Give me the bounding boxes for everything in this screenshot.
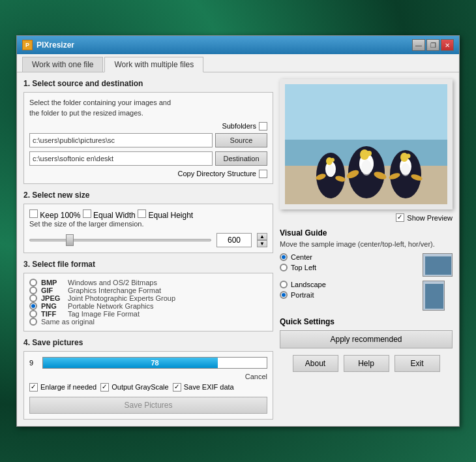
save-options: Enlarge if needed Output GrayScale Save … (29, 383, 267, 392)
section4-title: 4. Save pictures (23, 338, 273, 347)
subfolders-checkbox[interactable] (259, 122, 267, 131)
equal-height-checkbox[interactable] (138, 209, 146, 218)
landscape-preview (423, 253, 453, 277)
format-same: Same as original (29, 318, 267, 326)
radio-landscape[interactable] (280, 281, 288, 288)
format-list: BMP Windows and OS/2 Bitmaps GIF Graphic… (29, 279, 267, 326)
window-title: PIXresizer (37, 40, 74, 50)
dest-row: Destination (29, 151, 267, 166)
cancel-label: Cancel (29, 373, 267, 380)
radio-tiff[interactable] (29, 310, 37, 318)
bottom-buttons: About Help Exit (280, 355, 453, 372)
section1-box: Select the folder containing your images… (23, 92, 273, 184)
save-pictures-button[interactable]: Save Pictures (29, 397, 267, 414)
visual-guide-section: Visual Guide Move the sample image (cent… (280, 228, 453, 311)
format-jpeg: JPEG Joint Photographic Experts Group (29, 294, 267, 302)
svg-point-25 (361, 160, 372, 176)
radio-portrait[interactable] (280, 291, 288, 299)
show-preview-checkbox[interactable] (396, 213, 404, 222)
title-controls: — ❐ ✕ (412, 39, 454, 51)
section1-desc: Select the folder containing your images… (29, 98, 267, 118)
size-input[interactable] (216, 233, 252, 247)
svg-point-7 (331, 158, 335, 162)
size-desc: Set the size of the larger dimension. (29, 220, 267, 228)
radio-gif[interactable] (29, 286, 37, 294)
progress-start: 9 (29, 359, 38, 367)
spin-up-button[interactable]: ▲ (257, 233, 267, 240)
radio-png[interactable] (29, 302, 37, 310)
svg-point-24 (327, 165, 335, 177)
slider-track[interactable] (29, 239, 211, 241)
equal-width-checkbox[interactable] (83, 209, 91, 218)
section2-box: Keep 100% Equal Width Equal Height Set t… (23, 204, 273, 253)
exif-checkbox[interactable] (173, 383, 181, 392)
source-row: Source (29, 133, 267, 147)
right-panel: Show Preview Visual Guide Move the sampl… (280, 79, 453, 420)
dest-path-input[interactable] (29, 151, 213, 166)
guide-topleft: Top Left (280, 264, 416, 271)
about-button[interactable]: About (293, 355, 338, 372)
exit-button[interactable]: Exit (394, 355, 440, 372)
copy-dir-label: Copy Directory Structure (178, 170, 256, 177)
grayscale-opt: Output GrayScale (100, 383, 168, 392)
apply-recommended-button[interactable]: Apply recommended (280, 330, 453, 348)
tab-multiple[interactable]: Work with multiple files (104, 57, 203, 72)
quick-settings-title: Quick Settings (280, 317, 453, 326)
keep100-checkbox[interactable] (29, 209, 38, 218)
spin-down-button[interactable]: ▼ (257, 240, 267, 247)
guide-landscape: Landscape (280, 281, 416, 288)
progress-bar: 78 (42, 357, 267, 369)
quick-settings-section: Quick Settings Apply recommended (280, 317, 453, 355)
help-button[interactable]: Help (344, 355, 389, 372)
format-gif: GIF Graphics Interchange Format (29, 286, 267, 294)
progress-label: 78 (43, 359, 267, 367)
svg-point-26 (401, 163, 410, 176)
radio-center[interactable] (280, 253, 288, 261)
enlarge-label: Enlarge if needed (40, 383, 97, 391)
tab-single[interactable]: Work with one file (22, 57, 103, 72)
copy-dir-checkbox[interactable] (259, 170, 267, 178)
portrait-preview (423, 281, 445, 311)
section4-box: 9 78 Cancel Enlarge if needed Output Gra… (23, 351, 273, 420)
source-path-input[interactable] (29, 133, 213, 147)
show-preview-label: Show Preview (407, 214, 453, 222)
destination-button[interactable]: Destination (215, 151, 267, 166)
minimize-button[interactable]: — (412, 39, 425, 51)
restore-button[interactable]: ❐ (426, 39, 439, 51)
visual-guide-title: Visual Guide (280, 228, 453, 238)
subfolders-row: Subfolders (29, 122, 267, 131)
format-bmp: BMP Windows and OS/2 Bitmaps (29, 279, 267, 286)
visual-guide-desc: Move the sample image (center/top-left, … (280, 240, 453, 248)
size-options: Keep 100% Equal Width Equal Height (29, 209, 267, 220)
copy-dir-row: Copy Directory Structure (29, 170, 267, 178)
source-button[interactable]: Source (215, 133, 267, 147)
guide-previews (423, 253, 453, 311)
enlarge-opt: Enlarge if needed (29, 383, 97, 392)
show-preview-row: Show Preview (280, 213, 453, 222)
close-button[interactable]: ✕ (441, 39, 454, 51)
guide-col-options: Center Top Left Landscape (280, 253, 416, 299)
section2-title: 2. Select new size (23, 191, 273, 200)
radio-bmp[interactable] (29, 279, 37, 286)
portrait-label: Portrait (291, 291, 314, 299)
grayscale-checkbox[interactable] (100, 383, 109, 392)
progress-row: 9 78 (29, 357, 267, 369)
penguins-svg (285, 84, 447, 204)
enlarge-checkbox[interactable] (29, 383, 38, 392)
radio-topleft[interactable] (280, 264, 288, 271)
svg-point-14 (366, 151, 372, 156)
app-icon: P (22, 40, 33, 50)
radio-same[interactable] (29, 318, 37, 326)
section3-title: 3. Select file format (23, 260, 273, 269)
subfolders-label: Subfolders (222, 122, 256, 130)
keep100-label: Keep 100% (40, 211, 80, 220)
slider-thumb[interactable] (66, 234, 74, 246)
left-panel: 1. Select source and destination Select … (23, 79, 273, 420)
radio-jpeg[interactable] (29, 294, 37, 302)
title-bar: P PIXresizer — ❐ ✕ (17, 36, 459, 54)
title-bar-left: P PIXresizer (22, 40, 74, 50)
tabs-bar: Work with one file Work with multiple fi… (17, 54, 459, 72)
guide-center: Center (280, 253, 416, 261)
equal-height-label: Equal Height (148, 211, 193, 220)
main-window: P PIXresizer — ❐ ✕ Work with one file Wo… (16, 35, 460, 427)
